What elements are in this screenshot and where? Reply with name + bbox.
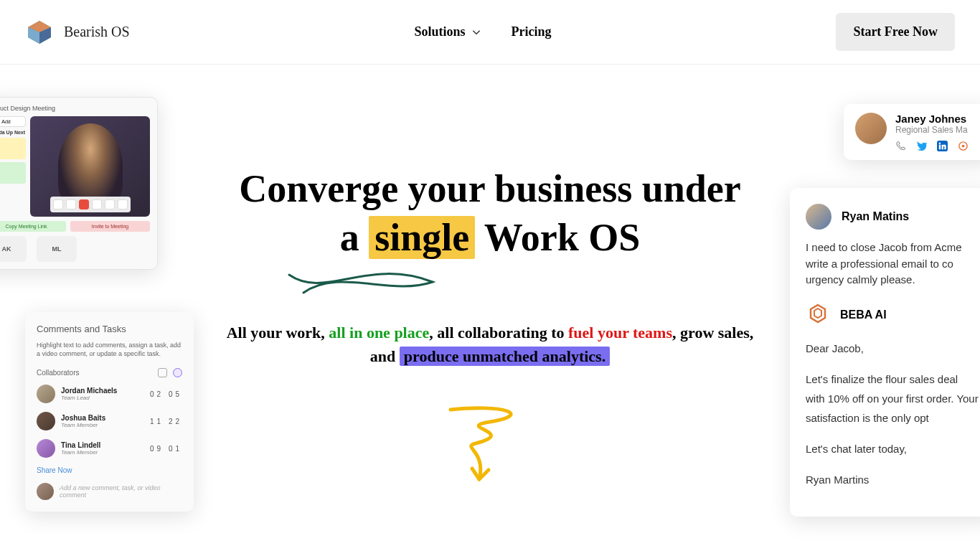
scribble-underline-icon <box>282 264 440 307</box>
contact-role: Regional Sales Ma <box>895 125 980 135</box>
nav-pricing-label: Pricing <box>512 24 552 39</box>
ai-user-name: Ryan Matins <box>842 210 909 223</box>
collaborator-name: Tina Lindell <box>61 441 144 449</box>
collaborator-counts: 09 01 <box>150 445 182 453</box>
more-icon[interactable] <box>118 199 128 209</box>
beba-ai-icon <box>806 303 830 327</box>
avatar <box>37 412 55 430</box>
ai-bot-name: BEBA AI <box>840 309 887 321</box>
participant-avatar[interactable]: AK <box>0 236 27 262</box>
info-icon[interactable] <box>173 368 182 377</box>
start-free-button[interactable]: Start Free Now <box>836 13 955 51</box>
record-icon[interactable] <box>105 199 115 209</box>
arrow-squiggle-icon <box>440 397 540 497</box>
twitter-icon[interactable] <box>916 141 927 151</box>
meeting-title: Product Design Meeting <box>0 105 150 112</box>
sub-purple: produce unmatched analytics. <box>400 347 610 366</box>
video-controls <box>50 197 131 212</box>
hero-title-post: Work OS <box>475 216 640 259</box>
sub-p2: , all collaborating to <box>429 324 568 342</box>
sticky-note-yellow[interactable] <box>0 138 26 159</box>
camera-icon[interactable] <box>66 199 76 209</box>
nav-solutions[interactable]: Solutions <box>415 24 481 39</box>
agenda-label: Agenda Up Next <box>0 130 26 135</box>
collaborator-name: Joshua Baits <box>61 414 144 422</box>
avatar <box>37 483 54 500</box>
share-now-link[interactable]: Share Now <box>37 466 182 474</box>
collaborator-counts: 02 05 <box>150 390 182 398</box>
svg-point-8 <box>962 145 965 148</box>
invite-meeting-button[interactable]: Invite to Meeting <box>70 221 150 232</box>
ai-reply-greeting: Dear Jacob, <box>806 339 979 358</box>
collaborator-row: Jordan Michaels Team Lead 02 05 <box>37 385 182 403</box>
ai-reply-closing: Let's chat later today, <box>806 439 979 458</box>
hero-title-highlight: single <box>369 216 475 259</box>
ai-user-message: I need to close Jacob from Acme write a … <box>806 240 979 288</box>
comments-hint: Highlight text to add comments, assign a… <box>37 342 182 358</box>
add-comment-input[interactable]: Add a new comment, task, or video commen… <box>60 484 182 499</box>
meeting-add-button[interactable]: Add <box>0 116 26 127</box>
comments-title: Comments and Tasks <box>37 324 182 334</box>
hangup-icon[interactable] <box>79 199 89 209</box>
hero-title: Converge your business under a single Wo… <box>221 165 759 262</box>
phone-icon[interactable] <box>895 141 906 151</box>
app-icon[interactable] <box>958 141 969 151</box>
sub-p1: All your work, <box>227 324 329 342</box>
share-icon[interactable] <box>92 199 102 209</box>
hero-subtitle: All your work, all in one place, all col… <box>217 321 763 368</box>
mic-icon[interactable] <box>53 199 63 209</box>
linkedin-icon[interactable] <box>937 141 948 151</box>
collaborator-name: Jordan Michaels <box>61 387 144 395</box>
chevron-down-icon <box>471 27 481 37</box>
avatar <box>37 439 55 458</box>
nav-solutions-label: Solutions <box>415 24 466 39</box>
svg-point-6 <box>939 143 941 144</box>
sub-green: all in one place <box>329 324 429 342</box>
contact-card: Janey Johnes Regional Sales Ma <box>844 104 980 160</box>
avatar <box>855 113 887 144</box>
ai-reply-body: Let's finalize the flour sales deal with… <box>806 369 979 428</box>
collaborator-role: Team Member <box>61 422 144 428</box>
collaborator-row: Joshua Baits Team Member 11 22 <box>37 412 182 430</box>
ai-chat-card: Ryan Matins I need to close Jacob from A… <box>790 188 980 517</box>
ai-reply: Dear Jacob, Let's finalize the flour sal… <box>806 339 979 489</box>
main-nav: Solutions Pricing <box>415 24 552 39</box>
nav-pricing[interactable]: Pricing <box>512 24 552 39</box>
meeting-card: Product Design Meeting Add Agenda Up Nex… <box>0 97 158 270</box>
collaborator-row: Tina Lindell Team Member 09 01 <box>37 439 182 458</box>
sub-black: grow sales <box>680 324 750 342</box>
collaborator-role: Team Member <box>61 449 144 456</box>
collaborator-counts: 11 22 <box>150 418 182 425</box>
svg-rect-5 <box>939 145 941 150</box>
participant-avatar[interactable]: ML <box>37 236 77 262</box>
contact-name: Janey Johnes <box>895 113 980 125</box>
comments-card: Comments and Tasks Highlight text to add… <box>25 312 194 512</box>
hero-title-pre: a <box>340 216 369 259</box>
brand-name: Bearish OS <box>64 24 130 40</box>
sub-red: fuel your teams <box>568 324 672 342</box>
hero-title-line1: Converge your business under <box>239 167 741 210</box>
collaborators-label: Collaborators <box>37 369 79 377</box>
ai-reply-signature: Ryan Martins <box>806 470 979 489</box>
brand[interactable]: Bearish OS <box>25 18 130 47</box>
sticky-note-green[interactable] <box>0 162 26 184</box>
checkbox-icon[interactable] <box>158 368 167 377</box>
collaborator-role: Team Lead <box>61 395 144 401</box>
avatar <box>806 204 831 230</box>
copy-meeting-link-button[interactable]: Copy Meeting Link <box>0 221 66 232</box>
logo-icon <box>25 18 54 47</box>
video-preview <box>30 116 150 217</box>
avatar <box>37 385 55 403</box>
site-header: Bearish OS Solutions Pricing Start Free … <box>0 0 980 65</box>
sub-comma: , <box>672 324 680 342</box>
